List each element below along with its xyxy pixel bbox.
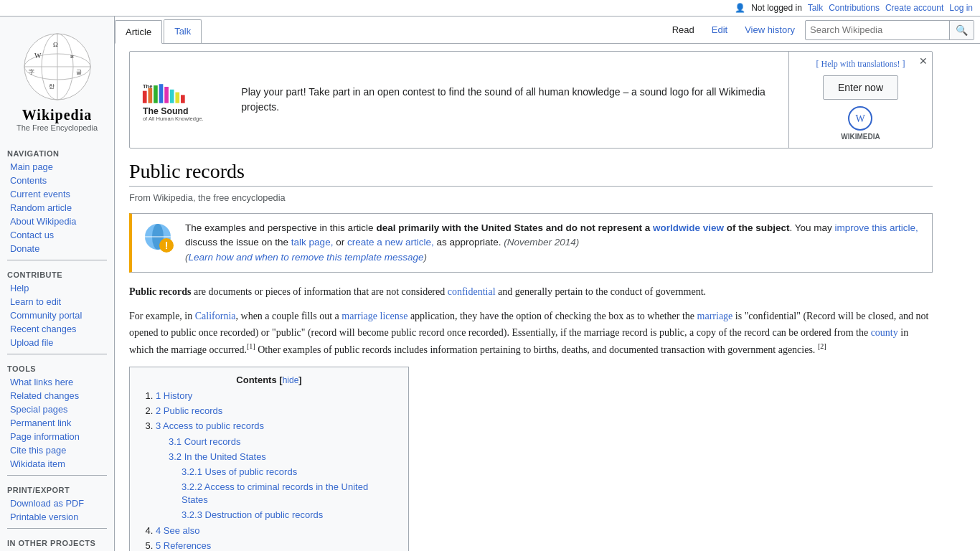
sidebar-item-help[interactable]: Help xyxy=(0,281,114,295)
sidebar-section-navigation: Navigation Main page Contents Current ev… xyxy=(0,143,114,255)
log-in-link[interactable]: Log in xyxy=(949,3,973,13)
tab-read[interactable]: Read xyxy=(665,22,702,38)
sidebar-item-related-changes[interactable]: Related changes xyxy=(0,389,114,402)
sidebar-item-community-portal[interactable]: Community portal xyxy=(0,309,114,322)
create-new-article-link[interactable]: create a new article, xyxy=(347,237,434,248)
public-records-bold: Public records xyxy=(129,286,191,297)
toc-link-3[interactable]: 3 Access to public records xyxy=(156,420,264,431)
toc-link-3-2[interactable]: 3.2 In the United States xyxy=(169,451,266,462)
marriage-license-link[interactable]: marriage license xyxy=(341,311,407,321)
svg-rect-17 xyxy=(164,87,169,103)
svg-text:字: 字 xyxy=(29,69,34,75)
california-link[interactable]: California xyxy=(195,311,236,321)
search-input[interactable] xyxy=(806,22,949,37)
paragraph-1: Public records are documents or pieces o… xyxy=(129,284,933,300)
sidebar-item-random-article[interactable]: Random article xyxy=(0,201,114,215)
talk-page-link[interactable]: talk page, xyxy=(291,237,334,248)
svg-text:Ω: Ω xyxy=(53,41,58,48)
enter-now-button[interactable]: Enter now xyxy=(823,75,898,100)
toc-item-3-2: 3.2 In the United States 3.2.1 Uses of p… xyxy=(169,451,397,522)
sidebar-section-contribute: Contribute Help Learn to edit Community … xyxy=(0,265,114,349)
toc-sub-3: 3.1 Court records 3.2 In the United Stat… xyxy=(156,435,397,522)
warning-text: The examples and perspective in this art… xyxy=(185,221,922,265)
sidebar-item-about-wikipedia[interactable]: About Wikipedia xyxy=(0,215,114,228)
contributions-link[interactable]: Contributions xyxy=(829,3,880,13)
search-button[interactable]: 🔍 xyxy=(949,21,974,39)
toc-link-4[interactable]: 4 See also xyxy=(156,525,199,536)
ref-2: [2] xyxy=(818,342,826,350)
sidebar-item-learn-to-edit[interactable]: Learn to edit xyxy=(0,295,114,309)
confidential-link[interactable]: confidential xyxy=(448,286,496,297)
tab-bar: Article Talk Read Edit View history 🔍 xyxy=(115,17,980,44)
toc-link-3-2-2[interactable]: 3.2.2 Access to criminal records in the … xyxy=(182,481,368,505)
toc-link-3-2-3[interactable]: 3.2.3 Destruction of public records xyxy=(182,509,323,520)
improve-article-link[interactable]: improve this article, xyxy=(835,222,918,233)
layout: W Ω и 字 글 한 Wikipedia The Free Encyclope… xyxy=(0,17,980,551)
sidebar-item-page-information[interactable]: Page information xyxy=(0,430,114,443)
tab-article[interactable]: Article xyxy=(115,20,162,44)
content-area: Article Talk Read Edit View history 🔍 xyxy=(115,17,980,551)
not-logged-in: Not logged in xyxy=(751,3,802,13)
sidebar-item-current-events[interactable]: Current events xyxy=(0,187,114,201)
sidebar-section-other: In other projects Wikimedia Commons xyxy=(0,533,114,551)
toc-hide-link[interactable]: hide xyxy=(283,375,299,385)
svg-rect-13 xyxy=(143,91,147,103)
sidebar-item-upload-file[interactable]: Upload file xyxy=(0,336,114,349)
create-account-link[interactable]: Create account xyxy=(885,3,943,13)
marriage-link[interactable]: marriage xyxy=(697,311,733,321)
banner-help-link[interactable]: [ Help with translations! ] xyxy=(816,59,905,70)
sound-logo-icon: The The Sound of All Human Knowledge. xyxy=(141,77,230,122)
sidebar-divider-4 xyxy=(7,528,107,529)
tab-talk[interactable]: Talk xyxy=(164,19,202,43)
paragraph-2: For example, in California, when a coupl… xyxy=(129,309,933,358)
toc-list: 1 History 2 Public records 3 Access to p… xyxy=(141,390,397,551)
sidebar-item-main-page[interactable]: Main page xyxy=(0,160,114,174)
county-link[interactable]: county xyxy=(871,327,898,338)
toc-sub-3-2: 3.2.1 Uses of public records 3.2.2 Acces… xyxy=(169,466,397,522)
banner-left: The The Sound of All Human Knowledge. xyxy=(130,69,788,131)
tab-view-history[interactable]: View history xyxy=(738,22,802,38)
banner-text: Play your part! Take part in an open con… xyxy=(241,85,777,115)
sidebar-item-wikidata-item[interactable]: Wikidata item xyxy=(0,457,114,471)
svg-rect-20 xyxy=(181,95,185,103)
article-title: Public records xyxy=(129,160,933,187)
svg-rect-19 xyxy=(175,93,179,103)
toc-item-4: 4 See also xyxy=(156,524,397,537)
sidebar-item-contact-us[interactable]: Contact us xyxy=(0,228,114,242)
globe-warning-icon: ! xyxy=(142,221,176,255)
sidebar-item-cite-this-page[interactable]: Cite this page xyxy=(0,443,114,457)
tools-title: Tools xyxy=(0,359,114,375)
sidebar-item-download-pdf[interactable]: Download as PDF xyxy=(0,496,114,510)
talk-link[interactable]: Talk xyxy=(808,3,823,13)
sidebar-item-what-links-here[interactable]: What links here xyxy=(0,375,114,389)
learn-template-link[interactable]: Learn how and when to remove this templa… xyxy=(189,252,424,263)
worldwide-view-link[interactable]: worldwide view xyxy=(653,222,724,233)
banner-right: [ Help with translations! ] Enter now W … xyxy=(788,52,932,148)
toc-item-3-2-3: 3.2.3 Destruction of public records xyxy=(182,509,397,522)
toc-link-2[interactable]: 2 Public records xyxy=(156,405,222,416)
toc-link-1[interactable]: 1 History xyxy=(156,390,192,401)
main-content: The The Sound of All Human Knowledge. xyxy=(115,44,947,551)
toc-item-3-1: 3.1 Court records xyxy=(169,435,397,448)
logo-title: Wikipedia xyxy=(7,107,107,123)
sidebar-item-donate[interactable]: Donate xyxy=(0,242,114,255)
svg-text:The Sound: The Sound xyxy=(143,106,189,116)
svg-rect-16 xyxy=(159,84,164,103)
wikimedia-label: WIKIMEDIA xyxy=(841,133,880,141)
sidebar-item-contents[interactable]: Contents xyxy=(0,174,114,187)
warning-box: ! The examples and perspective in this a… xyxy=(129,213,933,273)
sidebar-item-printable-version[interactable]: Printable version xyxy=(0,510,114,524)
user-icon: 👤 xyxy=(735,3,745,13)
toc-link-3-2-1[interactable]: 3.2.1 Uses of public records xyxy=(182,466,297,477)
sidebar-item-recent-changes[interactable]: Recent changes xyxy=(0,322,114,336)
svg-text:W: W xyxy=(856,113,866,124)
contribute-title: Contribute xyxy=(0,265,114,281)
sidebar-item-special-pages[interactable]: Special pages xyxy=(0,402,114,416)
banner-close-button[interactable]: ✕ xyxy=(919,56,928,66)
toc-link-3-1[interactable]: 3.1 Court records xyxy=(169,436,240,447)
toc-title: Contents [hide] xyxy=(141,375,397,385)
sidebar-item-permanent-link[interactable]: Permanent link xyxy=(0,416,114,430)
toc-link-5[interactable]: 5 References xyxy=(156,540,211,551)
tab-edit[interactable]: Edit xyxy=(705,22,735,38)
ref-1: [1] xyxy=(247,342,255,350)
